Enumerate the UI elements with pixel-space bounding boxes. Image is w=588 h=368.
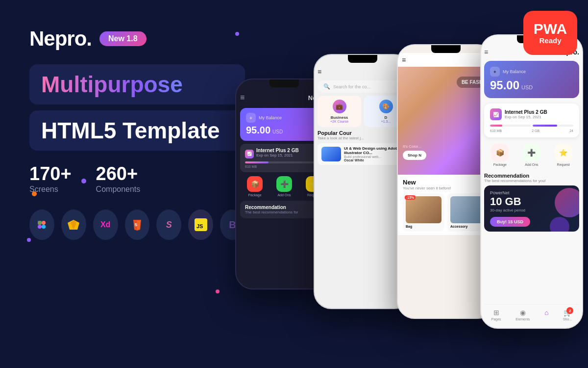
phone1-progress-labels: 610 MB 2 G [245,165,323,168]
figma-icon[interactable] [29,210,54,240]
phone3-fashion-sub: It's Color... [403,144,426,149]
pwa-badge: PWA Ready [523,11,577,55]
phone3-new-sub: You've never seen it before! [403,186,489,190]
phone4-actions: 📦 Package ➕ Add Ons ⭐ Request [484,144,579,166]
phone4-data-card: 📈 Internet Plus 2 GB Exp on Sep 15, 2021 [484,104,579,137]
svg-point-4 [42,225,46,229]
svg-text:5: 5 [135,222,137,227]
phone3-new-section: New You've never seen it before! -15% Ba… [398,175,494,235]
phone4-powernet-label: PowerNet [490,190,573,195]
phone4-addons-btn[interactable]: ➕ Add Ons [523,144,540,166]
headline-box-2: HTML5 Template [29,110,245,151]
stat-components: 260+ Components [96,164,141,194]
phone1-data-plan-exp: Exp on Sep 15, 2021 [256,153,299,158]
phone2-course-meta: Build professional web... [344,155,404,158]
phones-container: ≡ Nepro. + My Balance 95.00 USD 📈 Intern… [216,0,588,368]
phone2-popular-sub: Take a look at the latest j... [318,136,408,140]
phone4-buy-btn[interactable]: Buy! 15 USD [490,217,530,227]
phone2-courses-row: 💼 Business +2K Course 🎨 D +1.3... [318,96,408,127]
phone1-rec-title: Recommendation [245,205,323,210]
phone1-balance-label: My Balance [259,115,282,120]
components-count: 260+ [96,164,141,183]
phone3-new-title: New [403,179,489,186]
phone2-course-business[interactable]: 💼 Business +2K Course [318,96,361,127]
phone3-discount-badge: -15% [405,195,416,200]
phone4-request-btn[interactable]: ⭐ Request [555,144,572,166]
phone4-balance-currency: USD [521,84,533,90]
phone4-powernet-sub: 30-day active period [490,208,573,212]
phone4-progress-bar-1 [490,125,531,127]
phone4-progress-bar-2 [533,125,573,127]
pwa-ready-label: Ready [539,36,561,45]
phone3-product-row: -15% Bag Accessory [403,193,489,231]
brand-row: Nepro. New 1.8 [29,27,245,51]
stat-separator-dot [81,179,86,184]
phone4-balance-amount: 95.00 [490,79,519,92]
phone1-data-plan-name: Internet Plus 2 GB [256,148,299,153]
tools-row: Xd 5 S JS B [29,210,245,240]
phone1-addons-btn[interactable]: ➕ Add Ons [276,176,292,197]
phone4-nav-bar: ⊞ Pages ◉ Elements ⌂ 🛒 Sho... 2 [484,304,579,323]
screens-label: Screens [29,185,72,194]
phone2-popular-section: Popular Cour Take a look at the latest j… [318,130,408,165]
phone4-balance-card: + My Balance 95.00 USD [484,61,579,98]
sketch-icon[interactable] [61,210,86,240]
phone4-data-plan-name: Internet Plus 2 GB [505,109,547,115]
phone2-course-author: Oscar White [344,158,404,162]
phone4-data-extra: 24 [569,129,573,132]
phone3-fashion-overlay: It's Color... Shop N [403,144,426,160]
brand-name: Nepro. [29,27,92,51]
phone4-powernet-gb: 10 GB [490,195,573,208]
phone3-fashion-hero: BE FASHI It's Color... Shop N [398,67,494,175]
phone1-data-used: 610 MB [245,165,257,168]
phone-4-mockup: ≡ Nepro. + My Balance 95.00 USD 📈 Intern… [480,34,583,329]
phone4-rec-sub: The best recommendations for you! [484,179,579,183]
headline-html5: HTML5 Template [41,117,233,144]
stats-row: 170+ Screens 260+ Components [29,164,245,194]
sass-icon[interactable]: S [156,210,181,240]
version-badge: New 1.8 [99,31,147,46]
phone4-nav-pages[interactable]: ⊞ Pages [491,309,501,321]
html5-icon[interactable]: 5 [125,210,150,240]
phone2-search[interactable]: 🔍 Search for the co... [318,80,408,93]
phone1-package-btn[interactable]: 📦 Package [247,176,263,197]
xd-icon[interactable]: Xd [93,210,118,240]
phone2-course-title: UI & Web Design using Adobe Illustrator … [344,146,404,155]
phone2-popular-title: Popular Cour [318,130,408,136]
headline-box-1: Multipurpose [29,64,245,105]
headline-multipurpose: Multipurpose [41,71,233,98]
phone1-balance-amount: 95.00 [246,125,270,136]
phone1-rec-sub: The best recommendations for [245,210,323,214]
pwa-label: PWA [534,22,567,36]
phone4-nav-home[interactable]: ⌂ [544,309,548,321]
phone4-rec-title: Recommendation [484,173,579,179]
phone4-powernet-card: PowerNet 10 GB 30-day active period Buy!… [484,185,579,232]
svg-text:JS: JS [196,223,203,229]
phone4-progress-labels: 610 MB 2 GB 24 [490,129,573,132]
left-content: Nepro. New 1.8 Multipurpose HTML5 Templa… [29,27,245,240]
phone4-balance-label: My Balance [503,69,526,74]
stat-screens: 170+ Screens [29,164,72,194]
phone4-data-plan-exp: Exp on Sep 15, 2021 [505,115,547,119]
svg-rect-2 [38,225,42,229]
components-label: Components [96,185,141,194]
phone2-course-item-1[interactable]: UI & Web Design using Adobe Illustrator … [318,143,408,165]
svg-rect-3 [38,221,42,225]
phone4-data-used: 610 MB [490,129,502,132]
phone4-recommendation: Recommendation The best recommendations … [484,173,579,232]
phone2-search-placeholder: Search for the co... [333,84,370,89]
phone3-product-1[interactable]: -15% Bag [403,193,444,231]
svg-rect-1 [42,221,46,225]
phone3-shop-btn[interactable]: Shop N [403,151,426,160]
screens-count: 170+ [29,164,72,183]
js-icon[interactable]: JS [188,210,213,240]
phone1-progress-bar [245,161,323,163]
phone4-package-btn[interactable]: 📦 Package [491,144,509,166]
phone4-nav-shop[interactable]: 🛒 Sho... 2 [563,309,572,321]
phone4-data-total: 2 GB [532,129,539,132]
phone4-nav-elements[interactable]: ◉ Elements [515,309,530,321]
phone1-balance-currency: USD [272,129,283,134]
